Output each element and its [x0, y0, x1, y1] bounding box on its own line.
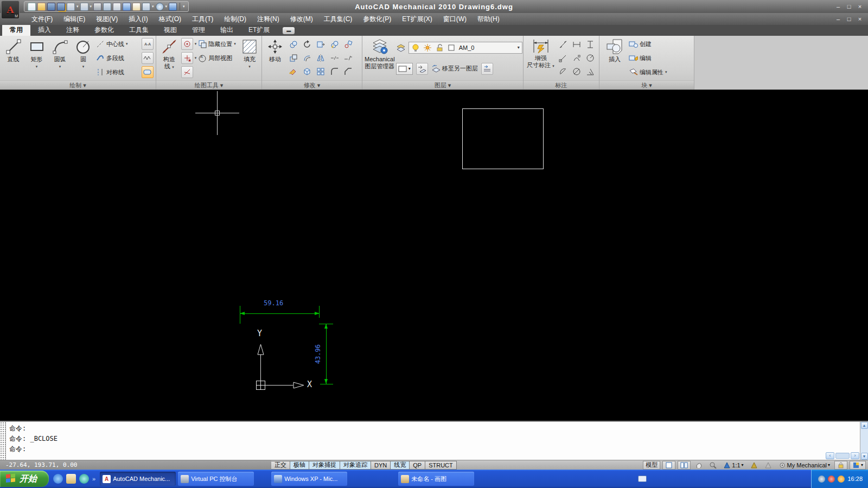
autoscale-button[interactable] — [762, 461, 774, 470]
power-recall-button[interactable] — [342, 38, 355, 51]
rectangle-geometry[interactable] — [462, 108, 544, 169]
center-mark-dropdown-icon[interactable]: ▾ — [195, 42, 197, 46]
page-check-icon[interactable] — [132, 3, 141, 11]
zoom-dropdown-icon[interactable]: ▾ — [165, 4, 168, 9]
scroll-thumb[interactable] — [835, 453, 850, 459]
rotate-button[interactable] — [301, 38, 314, 51]
dim-jogged-button[interactable] — [557, 65, 570, 78]
scale-dropdown-icon[interactable]: ▾ — [742, 463, 744, 467]
command-line-window[interactable]: 命令: 命令: _BCLOSE 命令: ‹ › ▲ ▼ — [0, 421, 868, 460]
power-snap-dropdown-icon[interactable]: ▾ — [195, 56, 197, 60]
calculator-icon[interactable] — [113, 3, 121, 11]
centerline-dropdown-icon[interactable]: ▾ — [126, 42, 128, 46]
taskbar-button-virtualpc[interactable]: Virtual PC 控制台 — [178, 472, 254, 486]
centerline-button[interactable]: 中心线▾ — [95, 38, 141, 50]
scroll-right-icon[interactable]: › — [851, 452, 859, 459]
tab-view[interactable]: 视图 — [156, 24, 184, 36]
color-dropdown-icon[interactable]: ▾ — [409, 66, 411, 71]
fillet-button[interactable] — [328, 65, 341, 78]
status-overflow-button[interactable]: ▾ — [850, 461, 866, 470]
model-button[interactable]: 模型 — [643, 461, 660, 470]
tray-volume-icon[interactable] — [818, 476, 825, 483]
create-block-button[interactable]: 创建 — [629, 38, 683, 50]
save-as-icon[interactable] — [57, 3, 65, 11]
ie-icon[interactable] — [53, 474, 63, 484]
power-edit-button[interactable] — [287, 65, 300, 78]
menu-tools[interactable]: 工具(T) — [187, 14, 219, 25]
toggle-dyn[interactable]: DYN — [371, 461, 391, 470]
layer-dropdown-icon[interactable]: ▾ — [518, 45, 520, 50]
input-method-icon[interactable] — [638, 476, 647, 482]
undo-dropdown-icon[interactable]: ▾ — [76, 4, 79, 9]
transfer-icon[interactable] — [142, 3, 150, 11]
dim-arc-button[interactable] — [570, 52, 583, 65]
hatch-button[interactable]: 填充▾ — [240, 37, 259, 79]
color-swatch-dropdown[interactable]: ▾ — [396, 63, 413, 75]
toolbar-lock-button[interactable] — [834, 461, 847, 470]
menu-window[interactable]: 窗口(W) — [438, 14, 472, 25]
copy-button[interactable] — [287, 38, 300, 51]
close-button[interactable]: × — [856, 3, 864, 10]
center-mark-button[interactable] — [181, 38, 193, 50]
menu-toolsets[interactable]: 工具集(C) — [318, 14, 358, 25]
dim-diameter-button[interactable] — [570, 65, 583, 78]
toggle-osnap[interactable]: 对象捕捉 — [309, 461, 340, 470]
tab-parametric[interactable]: 参数化 — [87, 24, 122, 36]
layout1-button[interactable] — [662, 461, 675, 470]
power-copy-button[interactable] — [328, 38, 341, 51]
dim-angular-button[interactable] — [584, 65, 597, 78]
stretch-button[interactable] — [314, 38, 327, 51]
menu-et-extension[interactable]: ET扩展(X) — [397, 14, 437, 25]
mirror-button[interactable] — [314, 52, 327, 65]
panel-modify-title[interactable]: 修改 ▾ — [262, 80, 362, 89]
workspace-switch-button[interactable]: My Mechanical▾ — [776, 461, 832, 470]
tab-manage[interactable]: 管理 — [184, 24, 213, 36]
detail-view-button[interactable]: A 局部视图 — [197, 52, 239, 64]
quick-launch-overflow-icon[interactable]: » — [92, 476, 95, 482]
rectangle-button[interactable]: 矩形▾ — [25, 37, 48, 79]
layer-isolate-icon[interactable] — [396, 43, 405, 52]
power-dimension-dropdown-icon[interactable]: ▾ — [552, 64, 554, 68]
edit-attributes-dropdown-icon[interactable]: ▾ — [665, 70, 667, 74]
arc-button[interactable]: 圆弧▾ — [49, 37, 71, 79]
hide-situation-button[interactable]: 隐藏位置▾ — [197, 38, 239, 50]
scale-button[interactable] — [287, 52, 300, 65]
panel-drawing-tools-title[interactable]: 绘图工具 ▾ — [156, 80, 261, 89]
menu-edit[interactable]: 编辑(E) — [58, 14, 91, 25]
outlook-icon[interactable] — [66, 474, 76, 484]
hatch-dropdown-icon[interactable]: ▾ — [248, 63, 251, 70]
toggle-qp[interactable]: QP — [410, 461, 425, 470]
power-dimension-button[interactable]: 增强 尺寸标注 ▾ — [526, 37, 556, 79]
zigzag-line-button[interactable] — [142, 52, 154, 64]
tab-toolsets[interactable]: 工具集 — [122, 24, 156, 36]
panel-draw-title[interactable]: 绘制 ▾ — [0, 80, 156, 89]
line-button[interactable]: 直线 — [2, 37, 24, 79]
menu-file[interactable]: 文件(F) — [26, 14, 58, 25]
pan-button[interactable] — [693, 461, 705, 470]
scroll-up-icon[interactable]: ▲ — [861, 422, 868, 429]
view-box-button[interactable] — [301, 65, 314, 78]
command-window-grip[interactable] — [0, 422, 6, 460]
section-line-button[interactable]: A-A — [142, 38, 154, 50]
zoom-globe-icon[interactable] — [156, 3, 164, 11]
rectangle-dropdown-icon[interactable]: ▾ — [36, 63, 38, 70]
taskbar-button-windowsxp[interactable]: Windows XP - Mic... — [271, 472, 347, 486]
transfer-dropdown-icon[interactable]: ▾ — [152, 4, 154, 9]
tab-annotate[interactable]: 注释 — [59, 24, 87, 36]
power-snap-button[interactable] — [181, 52, 193, 64]
drawing-canvas[interactable]: 59.16 43.96 Y X — [0, 90, 868, 421]
menu-view[interactable]: 视图(V) — [91, 14, 123, 25]
dim-horizontal-button[interactable] — [570, 38, 583, 51]
layer-dropdown[interactable]: AM_0 ▾ — [409, 42, 522, 54]
tab-insert[interactable]: 插入 — [30, 24, 59, 36]
toggle-otrack[interactable]: 对象追踪 — [340, 461, 371, 470]
open-icon[interactable] — [37, 3, 46, 11]
move-button[interactable]: 移动 — [264, 37, 286, 79]
circle-button[interactable]: 圆▾ — [72, 37, 94, 79]
toggle-lineweight[interactable]: 线宽 — [391, 461, 410, 470]
msn-icon[interactable] — [79, 474, 89, 484]
construction-line-button[interactable]: 构造 线 ▾ — [158, 37, 180, 79]
application-menu-button[interactable]: A M — [1, 1, 20, 19]
hide-situation-dropdown-icon[interactable]: ▾ — [234, 42, 236, 46]
panel-block-title[interactable]: 块 ▾ — [599, 80, 694, 89]
